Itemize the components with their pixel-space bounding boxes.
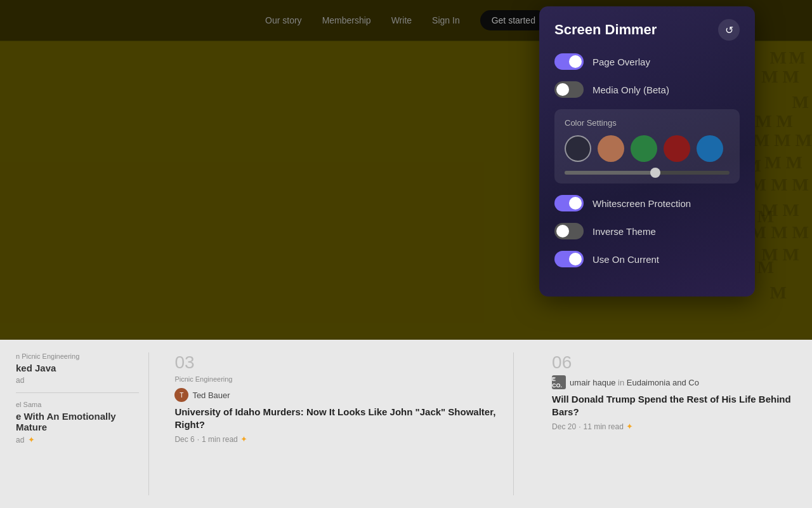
media-only-row: Media Only (Beta) [554, 81, 740, 98]
article-divider [16, 392, 139, 393]
left-section-1: n Picnic Engineering [16, 352, 139, 360]
page-overlay-label: Page Overlay [593, 57, 650, 67]
use-on-current-label: Use On Current [593, 254, 659, 265]
toggle-knob [569, 197, 582, 210]
color-swatch-red[interactable] [664, 135, 690, 162]
color-swatch-brown[interactable] [598, 135, 624, 162]
left-article-2: el Sama e With An Emotionally Mature ad … [16, 401, 139, 444]
slider-fill [565, 171, 655, 175]
color-swatch-dark[interactable] [565, 135, 591, 162]
inverse-theme-row: Inverse Theme [554, 223, 740, 239]
toggle-knob [569, 55, 582, 68]
panel-title: Screen Dimmer [554, 22, 657, 38]
article-06-num: 06 [552, 352, 799, 373]
author-name-06: umair haque in Eudaimonia and Co [570, 378, 699, 387]
toggle-knob [556, 225, 569, 237]
use-on-current-toggle[interactable] [554, 251, 584, 267]
author-name-03: Ted Bauer [192, 391, 230, 400]
screen-dimmer-panel: Screen Dimmer ↺ Page Overlay Media Only … [539, 6, 755, 297]
panel-header: Screen Dimmer ↺ [554, 19, 740, 41]
bottom-content: n Picnic Engineering ked Java ad el Sama… [0, 340, 812, 508]
color-settings-box: Color Settings [554, 109, 740, 184]
use-on-current-row: Use On Current [554, 251, 740, 267]
article-06-meta: Dec 20 · 11 min read ✦ [552, 422, 799, 431]
author-row-06: E CO. umair haque in Eudaimonia and Co [552, 375, 799, 389]
media-only-toggle[interactable] [554, 81, 584, 98]
color-settings-title: Color Settings [565, 118, 730, 128]
author-badge-06: E CO. [552, 375, 566, 389]
author-row-03: T Ted Bauer [174, 388, 501, 402]
article-03-section: Picnic Engineering [174, 375, 501, 383]
article-03-num: 03 [174, 352, 501, 373]
brightness-slider-track [565, 171, 730, 175]
article-06-title: Will Donald Trump Spend the Rest of His … [552, 393, 799, 418]
article-03-title: University of Idaho Murders: Now It Look… [174, 406, 501, 431]
color-swatch-blue[interactable] [697, 135, 723, 162]
left-section-2: el Sama [16, 401, 139, 408]
page-overlay-toggle[interactable] [554, 53, 584, 70]
reset-button[interactable]: ↺ [718, 19, 740, 41]
article-06: 06 E CO. umair haque in Eudaimonia and C… [539, 352, 799, 495]
star-icon-03: ✦ [240, 434, 247, 444]
left-meta-1: ad [16, 376, 139, 385]
toggle-knob [569, 253, 582, 265]
article-03-meta: Dec 6 · 1 min read ✦ [174, 434, 501, 444]
page-overlay-row: Page Overlay [554, 53, 740, 70]
left-title-1: ked Java [16, 363, 139, 373]
whitescreen-toggle[interactable] [554, 195, 584, 211]
star-icon: ✦ [28, 435, 35, 444]
left-articles: n Picnic Engineering ked Java ad el Sama… [13, 352, 149, 495]
articles-list: n Picnic Engineering ked Java ad el Sama… [0, 352, 812, 495]
left-article-1: n Picnic Engineering ked Java ad [16, 352, 139, 385]
color-swatch-green[interactable] [631, 135, 657, 162]
author-avatar-03: T [174, 388, 188, 402]
left-meta-2: ad ✦ [16, 435, 139, 444]
media-only-label: Media Only (Beta) [593, 84, 669, 95]
color-swatches [565, 135, 730, 162]
slider-thumb[interactable] [650, 168, 660, 178]
article-03: 03 Picnic Engineering T Ted Bauer Univer… [174, 352, 514, 495]
star-icon-06: ✦ [626, 422, 633, 431]
inverse-theme-toggle[interactable] [554, 223, 584, 239]
whitescreen-label: Whitescreen Protection [593, 198, 691, 209]
inverse-theme-label: Inverse Theme [593, 226, 656, 237]
toggle-knob [556, 83, 569, 96]
whitescreen-row: Whitescreen Protection [554, 195, 740, 211]
left-title-2: e With An Emotionally Mature [16, 411, 139, 432]
